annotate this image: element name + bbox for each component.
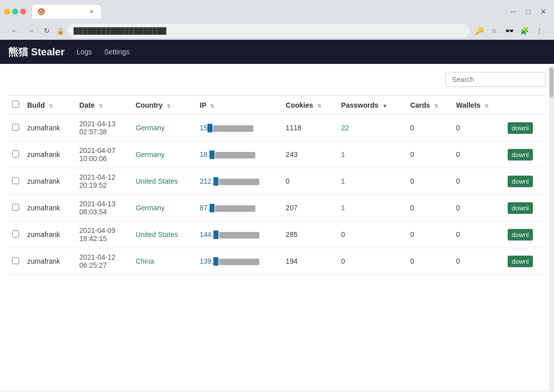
search-input[interactable] (445, 72, 546, 87)
row-checkbox-5[interactable] (12, 257, 19, 264)
row-download-cell: downl (504, 115, 546, 141)
row-date: 2021-04-13 02:57:38 (76, 115, 132, 141)
row-cards: 0 (406, 141, 452, 168)
row-cookies: 0 (282, 168, 337, 195)
minimize-button[interactable] (4, 9, 10, 15)
row-country[interactable]: United States (131, 168, 195, 195)
puzzle-icon[interactable]: 🧩 (518, 24, 531, 37)
row-cards: 0 (406, 168, 452, 195)
forward-button[interactable]: → (24, 24, 37, 37)
row-passwords: 1 (337, 141, 406, 168)
sort-passwords-icon: ▼ (382, 103, 387, 109)
row-passwords: 22 (337, 115, 406, 141)
nav-logs[interactable]: Logs (77, 48, 92, 56)
row-cookies: 194 (282, 248, 337, 275)
row-checkbox-3[interactable] (12, 204, 19, 211)
row-checkbox-1[interactable] (12, 150, 19, 158)
table-row: zumafrank 2021-04-09 18:42:15 United Sta… (8, 221, 546, 248)
row-country[interactable]: Germany (131, 141, 195, 168)
row-date: 2021-04-12 06:25:27 (76, 248, 132, 275)
row-wallets: 0 (452, 221, 504, 248)
row-wallets: 0 (452, 115, 504, 141)
nav-settings[interactable]: Settings (104, 48, 130, 56)
window-buttons (4, 9, 26, 15)
row-build: zumafrank (23, 248, 76, 275)
row-wallets: 0 (452, 248, 504, 275)
table-header-row: Build ⇅ Date ⇅ Country ⇅ IP ⇅ Cookies (8, 96, 546, 115)
row-checkbox-cell (8, 195, 23, 221)
row-wallets: 0 (452, 195, 504, 221)
row-checkbox-0[interactable] (12, 124, 19, 131)
header-date[interactable]: Date ⇅ (76, 96, 132, 115)
key-icon[interactable]: 🔑 (472, 24, 486, 37)
download-button-5[interactable]: downl (508, 256, 533, 267)
row-build: zumafrank (23, 195, 76, 221)
row-ip[interactable]: 144.█ (196, 221, 282, 248)
row-checkbox-4[interactable] (12, 230, 19, 238)
data-table: Build ⇅ Date ⇅ Country ⇅ IP ⇅ Cookies (8, 95, 546, 275)
tab-bar: 🐼 ✕ (31, 4, 116, 19)
maximize-button[interactable] (12, 9, 18, 15)
browser-minimize-icon[interactable]: ─ (507, 5, 520, 18)
download-button-3[interactable]: downl (508, 202, 533, 214)
table-row: zumafrank 2021-04-12 06:25:27 China 139.… (8, 248, 546, 275)
row-cards: 0 (406, 195, 452, 221)
select-all-checkbox[interactable] (12, 101, 19, 108)
row-checkbox-2[interactable] (12, 177, 19, 184)
download-button-0[interactable]: downl (508, 122, 533, 134)
table-row: zumafrank 2021-04-07 10:00:06 Germany 18… (8, 141, 546, 168)
sort-date-icon: ⇅ (99, 103, 103, 109)
row-country[interactable]: United States (131, 221, 195, 248)
row-ip[interactable]: 212.█ (196, 168, 282, 195)
row-build: zumafrank (23, 221, 76, 248)
back-button[interactable]: ← (8, 24, 21, 37)
scrollbar[interactable] (549, 65, 554, 390)
download-button-4[interactable]: downl (508, 229, 533, 241)
row-ip[interactable]: 139.█ (196, 248, 282, 275)
lock-icon: 🔒 (56, 27, 64, 35)
row-wallets: 0 (452, 168, 504, 195)
new-tab-button[interactable] (104, 6, 116, 18)
sort-wallets-icon: ⇅ (484, 103, 489, 109)
row-ip[interactable]: 18.█ (196, 141, 282, 168)
active-tab[interactable]: 🐼 ✕ (31, 4, 102, 19)
row-cards: 0 (406, 221, 452, 248)
row-ip[interactable]: 15█ (196, 115, 282, 141)
header-country[interactable]: Country ⇅ (131, 96, 195, 115)
address-input[interactable] (67, 24, 469, 38)
header-ip[interactable]: IP ⇅ (196, 96, 282, 115)
row-country[interactable]: Germany (131, 115, 195, 141)
header-wallets[interactable]: Wallets ⇅ (452, 96, 504, 115)
download-button-1[interactable]: downl (508, 149, 533, 161)
row-checkbox-cell (8, 248, 23, 275)
header-passwords[interactable]: Passwords ▼ (337, 96, 406, 115)
browser-restore-icon[interactable]: □ (522, 5, 535, 18)
row-passwords: 0 (337, 221, 406, 248)
header-cookies[interactable]: Cookies ⇅ (282, 96, 337, 115)
table-row: zumafrank 2021-04-13 02:57:38 Germany 15… (8, 115, 546, 141)
header-cards[interactable]: Cards ⇅ (406, 96, 452, 115)
row-country[interactable]: China (131, 248, 195, 275)
sort-build-icon: ⇅ (49, 103, 53, 109)
row-passwords: 0 (337, 248, 406, 275)
row-checkbox-cell (8, 115, 23, 141)
row-ip[interactable]: 87.█ (196, 195, 282, 221)
tab-close-button[interactable]: ✕ (87, 8, 95, 16)
header-build[interactable]: Build ⇅ (23, 96, 76, 115)
star-icon[interactable]: ☆ (488, 24, 501, 37)
row-cookies: 243 (282, 141, 337, 168)
scrollbar-thumb[interactable] (549, 67, 553, 98)
extension-icon[interactable]: 🕶️ (503, 24, 516, 37)
row-country[interactable]: Germany (131, 195, 195, 221)
row-date: 2021-04-12 20:19:52 (76, 168, 132, 195)
menu-icon[interactable]: ⋮ (533, 24, 546, 37)
refresh-button[interactable]: ↻ (40, 24, 53, 37)
close-button[interactable] (20, 9, 26, 15)
row-build: zumafrank (23, 141, 76, 168)
download-button-2[interactable]: downl (508, 176, 533, 187)
row-download-cell: downl (504, 221, 546, 248)
browser-close-icon[interactable]: ✕ (537, 5, 550, 18)
sort-cards-icon: ⇅ (434, 103, 438, 109)
sort-ip-icon: ⇅ (210, 103, 214, 109)
browser-chrome: 🐼 ✕ ─ □ ✕ ← → ↻ 🔒 🔑 ☆ 🕶️ 🧩 ⋮ (0, 0, 554, 40)
